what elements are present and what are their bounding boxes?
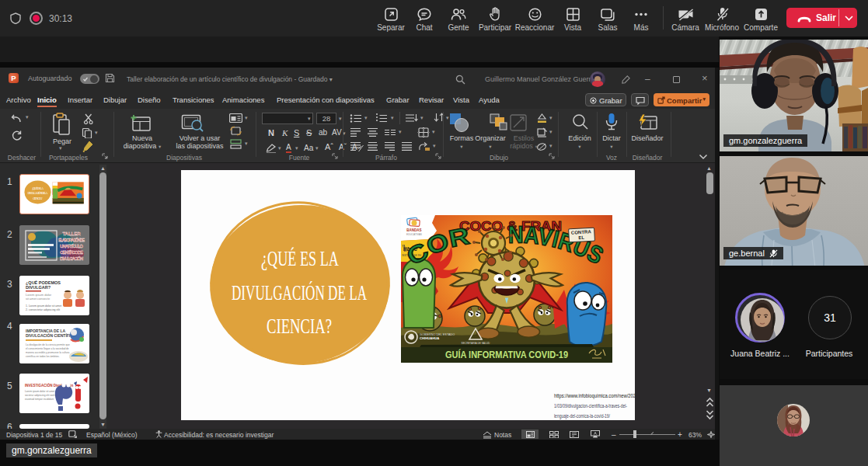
svg-text:DIVULGACIÓN DE LA: DIVULGACIÓN DE LA xyxy=(232,280,367,304)
svg-text:EDUCATIVAS: EDUCATIVAS xyxy=(406,233,422,236)
svg-text:CHIHUAHUA: CHIHUAHUA xyxy=(420,336,439,340)
svg-text:La divulgación de la ciencia p: La divulgación de la ciencia permite que xyxy=(26,343,70,346)
svg-text:2. consectetur adipiscing elit: 2. consectetur adipiscing elit xyxy=(26,308,60,311)
svg-text:EL: EL xyxy=(578,235,584,240)
svg-text:Lorem ipsum dolor sit amet con: Lorem ipsum dolor sit amet con xyxy=(25,390,60,393)
svg-text:CIENCIA?: CIENCIA? xyxy=(33,196,43,200)
svg-text:ELABORACIÓN DE: ELABORACIÓN DE xyxy=(58,237,85,242)
svg-text:lenguaje-del-comica-la-covid-1: lenguaje-del-comica-la-covid-19/ xyxy=(554,413,610,419)
svg-text:1. Lorem ipsum dolor sit amet: 1. Lorem ipsum dolor sit amet xyxy=(26,304,61,308)
svg-text:sit amet consecte: sit amet consecte xyxy=(26,297,51,301)
svg-text:CIENTÍFICO DE: CIENTÍFICO DE xyxy=(60,249,83,255)
svg-text:manera accesible y promueve la: manera accesible y promueve la cultura xyxy=(26,351,70,354)
svg-text:¿QUÉ ES LA: ¿QUÉ ES LA xyxy=(32,186,44,190)
svg-text:UN ARTÍCULO: UN ARTÍCULO xyxy=(60,243,83,249)
svg-text:DIVULGAR?: DIVULGAR? xyxy=(26,285,51,290)
svg-text:sectetur adipiscing elit sed d: sectetur adipiscing elit sed do xyxy=(25,394,58,397)
svg-text:DIVULGACIÓN DE LA: DIVULGACIÓN DE LA xyxy=(28,191,48,195)
svg-text:TALLER: TALLER xyxy=(62,231,81,236)
svg-text:¿QUÉ ES LA: ¿QUÉ ES LA xyxy=(261,246,339,270)
svg-text:¿QUÉ PODEMOS: ¿QUÉ PODEMOS xyxy=(26,280,61,285)
svg-text:DIVULGACIÓN: DIVULGACIÓN xyxy=(60,256,83,261)
svg-text:DIVULGACIÓN CIENTÍFICA: DIVULGACIÓN CIENTÍFICA xyxy=(26,332,76,338)
svg-text:científica en todos los ámbito: científica en todos los ámbitos. xyxy=(26,355,60,358)
svg-text:SECRETARÍA DE SALUD: SECRETARÍA DE SALUD xyxy=(462,342,490,345)
svg-text:eiusmod tempor incididunt: eiusmod tempor incididunt xyxy=(25,398,54,401)
svg-text:CIENCIA?: CIENCIA? xyxy=(267,314,332,338)
svg-text:BANDAS: BANDAS xyxy=(406,228,421,232)
svg-text:GUÍA INFORMATIVA COVID-19: GUÍA INFORMATIVA COVID-19 xyxy=(445,349,568,360)
svg-text:el conocimiento llegue a la so: el conocimiento llegue a la sociedad de xyxy=(26,347,69,350)
svg-text:1/03/09/divulgacion-cientifica: 1/03/09/divulgacion-cientifica-a-traves-… xyxy=(554,403,627,409)
svg-text:https://www.infobioquimica.com: https://www.infobioquimica.com/new/202 xyxy=(554,393,635,399)
